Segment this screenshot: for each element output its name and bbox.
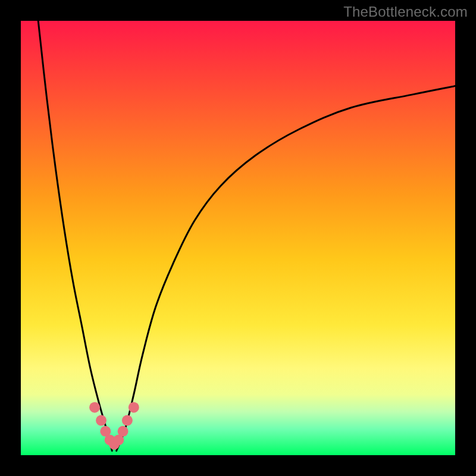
curve-min-marker [118, 426, 129, 437]
bottleneck-curve-left [38, 21, 112, 451]
curve-min-markers [89, 402, 139, 450]
bottleneck-curve-right [117, 86, 455, 451]
curve-min-marker [89, 402, 100, 413]
curve-min-marker [96, 415, 107, 426]
curve-min-marker [122, 415, 133, 426]
bottleneck-curve [38, 21, 455, 451]
chart-svg [21, 21, 455, 455]
chart-frame: TheBottleneck.com [0, 0, 476, 476]
watermark-text: TheBottleneck.com [343, 4, 468, 20]
curve-min-marker [129, 402, 139, 413]
chart-plot-area [21, 21, 455, 455]
